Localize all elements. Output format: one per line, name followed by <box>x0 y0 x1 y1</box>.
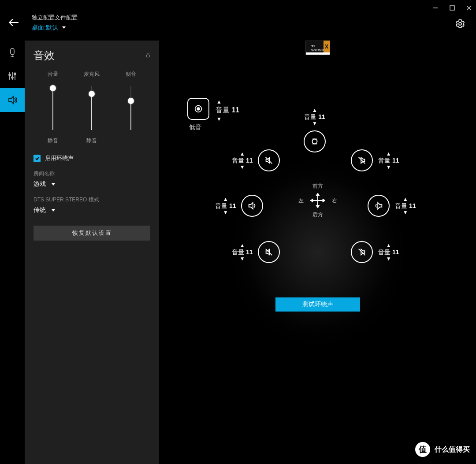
svg-marker-32 <box>316 205 320 208</box>
lock-icon[interactable] <box>145 52 151 60</box>
fr-volume-up[interactable]: ▲ <box>385 150 392 157</box>
speaker-side-right-icon[interactable] <box>368 195 390 217</box>
slider-volume: 音量 静音 <box>33 71 72 145</box>
bass-icon[interactable] <box>187 98 209 120</box>
slider-label: 音量 <box>48 71 58 78</box>
rl-volume: 音量 11 <box>232 249 253 255</box>
surround-checkbox[interactable] <box>33 155 41 162</box>
nav-equalizer[interactable] <box>0 64 25 88</box>
mute-toggle[interactable]: 静音 <box>86 137 97 145</box>
dts-headphone-x-badge: dtsHEADPHONE X <box>305 41 330 55</box>
reset-defaults-button[interactable]: 恢复默认设置 <box>33 226 150 241</box>
speaker-side-left-icon[interactable] <box>241 195 263 217</box>
room-value: 游戏 <box>33 180 46 188</box>
sl-volume: 音量 11 <box>215 203 236 209</box>
speaker-rear-right-icon[interactable] <box>351 241 373 263</box>
bass-caption: 低音 <box>189 123 201 131</box>
orientation-compass: 前方 左 右 后方 <box>298 182 337 219</box>
back-button[interactable] <box>8 17 19 30</box>
compass-right: 右 <box>332 197 337 204</box>
slider-label: 侧音 <box>126 71 136 78</box>
page-title: 独立配置文件配置 <box>32 13 78 22</box>
svg-point-21 <box>197 108 200 110</box>
window-controls <box>430 3 474 13</box>
room-select[interactable]: 游戏 <box>33 180 150 188</box>
bass-volume-up[interactable]: ▲ <box>216 98 239 106</box>
chevron-down-icon <box>62 22 66 32</box>
watermark-text: 什么值得买 <box>435 445 470 454</box>
settings-button[interactable] <box>455 19 465 31</box>
svg-marker-19 <box>52 209 55 212</box>
svg-rect-7 <box>11 48 14 55</box>
chevron-down-icon <box>51 207 56 214</box>
nav-microphone[interactable] <box>0 41 25 64</box>
svg-rect-17 <box>147 55 150 57</box>
svg-marker-34 <box>323 199 325 202</box>
watermark: 值 什么值得买 <box>414 441 470 458</box>
svg-point-6 <box>459 22 461 25</box>
sl-volume-down[interactable]: ▼ <box>222 209 229 216</box>
dts-value: 传统 <box>33 206 46 214</box>
compass-left: 左 <box>298 197 304 204</box>
side-nav <box>0 41 25 464</box>
svg-marker-16 <box>9 97 13 104</box>
compass-rear: 后方 <box>298 211 337 219</box>
sl-volume-up[interactable]: ▲ <box>222 196 229 203</box>
slider-track[interactable] <box>52 86 53 130</box>
speaker-rear-left-icon[interactable] <box>258 241 280 263</box>
slider-sidetone: 侧音 <box>112 71 150 145</box>
profile-prefix: 桌面: <box>32 22 46 32</box>
slider-track[interactable] <box>91 86 92 130</box>
sr-volume-up[interactable]: ▲ <box>402 196 409 203</box>
move-arrows-icon[interactable] <box>310 193 326 208</box>
surround-stage: dtsHEADPHONE X ▲ 音量 11 ▼ 低音 ▲ 音量 11 <box>159 41 476 464</box>
svg-marker-25 <box>249 203 253 209</box>
maximize-button[interactable] <box>447 3 457 13</box>
minimize-button[interactable] <box>430 3 441 13</box>
rl-volume-down[interactable]: ▼ <box>239 255 246 262</box>
nav-sound[interactable] <box>0 88 25 112</box>
rl-volume-up[interactable]: ▲ <box>239 242 246 249</box>
svg-marker-18 <box>52 183 55 186</box>
chevron-down-icon <box>51 181 56 188</box>
speaker-front-left-icon[interactable] <box>258 149 280 171</box>
rr-volume: 音量 11 <box>378 249 399 255</box>
speaker-front-right-icon[interactable] <box>351 149 373 171</box>
slider-label: 麦克风 <box>84 71 100 78</box>
svg-rect-1 <box>450 6 454 10</box>
mute-toggle[interactable]: 静音 <box>48 137 58 145</box>
test-surround-button[interactable]: 测试环绕声 <box>275 297 360 312</box>
slider-mic: 麦克风 静音 <box>73 71 111 145</box>
compass-front: 前方 <box>298 182 337 190</box>
center-volume-up[interactable]: ▲ <box>311 107 318 114</box>
surround-label: 启用环绕声 <box>45 154 74 162</box>
room-label: 房间名称 <box>33 170 150 178</box>
panel-title: 音效 <box>33 48 150 63</box>
svg-marker-31 <box>316 193 320 196</box>
fl-volume-up[interactable]: ▲ <box>239 150 246 157</box>
dts-mode-select[interactable]: 传统 <box>33 206 150 214</box>
svg-point-22 <box>312 139 317 144</box>
watermark-icon: 值 <box>414 441 431 458</box>
svg-marker-33 <box>310 199 313 202</box>
fl-volume-down[interactable]: ▼ <box>239 163 246 171</box>
profile-selector[interactable]: 桌面: 默认 <box>32 22 78 32</box>
bass-volume: 音量 11 <box>216 106 239 115</box>
center-volume: 音量 11 <box>304 114 325 120</box>
speaker-center-icon[interactable] <box>304 130 326 152</box>
sr-volume: 音量 11 <box>395 203 416 209</box>
svg-marker-26 <box>378 203 382 209</box>
sr-volume-down[interactable]: ▼ <box>402 209 409 216</box>
sound-panel: 音效 音量 静音 麦克风 静音 侧音 <box>25 41 159 464</box>
rr-volume-down[interactable]: ▼ <box>385 255 392 262</box>
close-button[interactable] <box>464 3 474 13</box>
fl-volume: 音量 11 <box>232 157 253 163</box>
center-volume-down[interactable]: ▼ <box>311 120 318 127</box>
fr-volume: 音量 11 <box>378 157 399 163</box>
bass-volume-down[interactable]: ▼ <box>216 115 239 123</box>
slider-track[interactable] <box>130 86 131 130</box>
profile-value: 默认 <box>46 22 58 32</box>
fr-volume-down[interactable]: ▼ <box>385 163 392 171</box>
rr-volume-up[interactable]: ▲ <box>385 242 392 249</box>
svg-marker-5 <box>62 26 66 29</box>
